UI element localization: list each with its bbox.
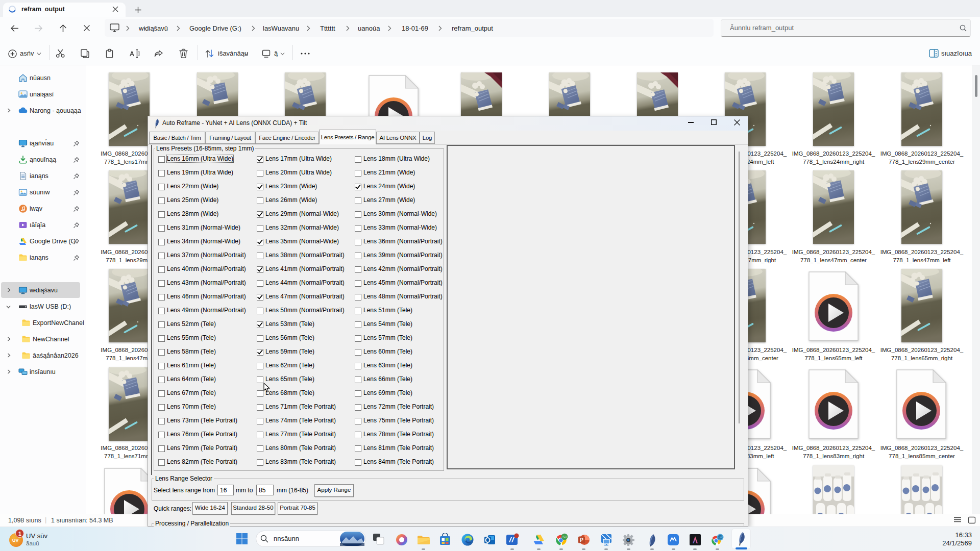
svg-text:P: P (580, 537, 583, 543)
svg-text:SJ: SJ (562, 535, 567, 539)
